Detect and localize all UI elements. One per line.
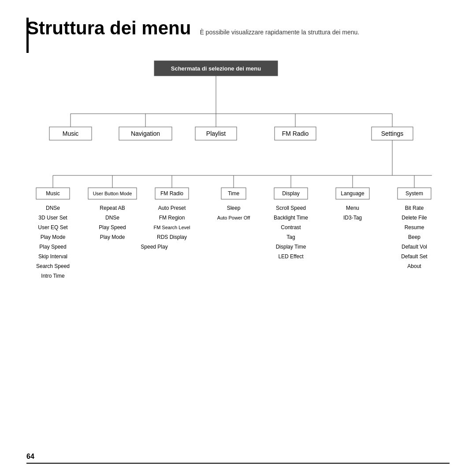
svg-text:Display Time: Display Time [276,244,306,250]
svg-text:Music: Music [63,130,79,137]
svg-text:Auto Preset: Auto Preset [158,205,186,211]
svg-text:Contrast: Contrast [281,224,301,231]
svg-text:FM Radio: FM Radio [160,190,183,197]
svg-text:Skip Interval: Skip Interval [38,253,67,260]
svg-text:Music: Music [46,190,60,197]
svg-text:FM Search Level: FM Search Level [153,225,190,230]
svg-text:Intro Time: Intro Time [41,273,65,279]
page-title: Struttura dei menu [26,18,191,39]
svg-text:Menu: Menu [346,205,359,211]
svg-text:User Button Mode: User Button Mode [93,191,132,196]
svg-text:Play Mode: Play Mode [41,234,66,240]
svg-text:RDS Display: RDS Display [157,234,187,240]
svg-text:Scroll Speed: Scroll Speed [276,205,306,211]
svg-text:ID3-Tag: ID3-Tag [343,215,362,221]
svg-text:Schermata di selezione dei men: Schermata di selezione dei menu [171,65,261,72]
svg-text:Playlist: Playlist [206,130,226,137]
svg-text:Play Speed: Play Speed [99,224,126,231]
svg-text:Default Vol: Default Vol [402,244,427,250]
page-container: Struttura dei menu È possibile visualizz… [0,0,476,476]
svg-text:Tag: Tag [286,234,295,240]
svg-text:Play Speed: Play Speed [39,244,66,250]
svg-text:Settings: Settings [381,130,404,137]
svg-text:DNSe: DNSe [46,205,60,211]
svg-text:Backlight Time: Backlight Time [274,215,308,221]
svg-text:FM Region: FM Region [159,215,185,221]
svg-text:Default Set: Default Set [401,253,428,260]
menu-tree: Schermata di selezione dei menu Music Na… [26,56,450,356]
page-number: 64 [26,453,34,461]
svg-text:Search Speed: Search Speed [36,263,70,269]
page-header: Struttura dei menu È possibile visualizz… [26,18,450,39]
left-accent-bar [26,18,29,53]
svg-text:Resume: Resume [405,224,424,231]
svg-text:About: About [407,263,421,269]
svg-text:Display: Display [282,190,299,197]
svg-text:Language: Language [341,190,364,197]
svg-text:Bit Rate: Bit Rate [405,205,424,211]
svg-text:Auto Power Off: Auto Power Off [217,215,250,220]
svg-text:Play Mode: Play Mode [100,234,125,240]
page-subtitle: È possibile visualizzare rapidamente la … [200,29,359,36]
svg-text:Sleep: Sleep [227,205,241,211]
svg-text:3D User Set: 3D User Set [38,215,67,221]
svg-text:System: System [405,190,423,197]
svg-text:Time: Time [228,190,240,197]
svg-text:Repeat AB: Repeat AB [100,205,125,211]
svg-text:Delete File: Delete File [402,215,427,221]
svg-text:FM Radio: FM Radio [282,130,309,137]
svg-text:DNSe: DNSe [105,215,119,221]
svg-text:Speed Play: Speed Play [141,244,167,250]
svg-text:Navigation: Navigation [131,130,160,137]
svg-text:LED Effect: LED Effect [278,253,304,260]
svg-text:User EQ Set: User EQ Set [38,224,68,231]
bottom-line [26,463,450,464]
svg-text:Beep: Beep [408,234,420,240]
tree-svg: Schermata di selezione dei menu Music Na… [26,56,450,356]
